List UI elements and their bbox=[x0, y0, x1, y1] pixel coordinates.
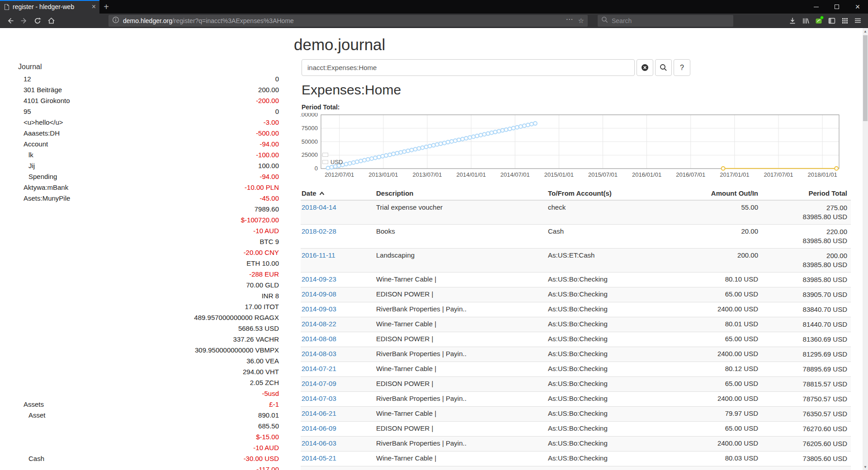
column-header-amount-out-in[interactable]: Amount Out/In bbox=[676, 186, 762, 200]
transaction-description: Books bbox=[375, 225, 547, 249]
query-input[interactable] bbox=[302, 59, 635, 76]
chart-legend: USD bbox=[322, 151, 343, 165]
extension-icon[interactable] bbox=[812, 14, 825, 27]
sidebar-row: -10 AUD bbox=[18, 442, 279, 453]
sidebar-row: 950 bbox=[18, 106, 279, 117]
transaction-amount: 80.10 USD bbox=[676, 273, 762, 287]
clear-query-button[interactable] bbox=[637, 59, 653, 76]
sidebar-account-link[interactable]: Assets bbox=[18, 399, 44, 410]
sidebar-account-link[interactable]: Asets:MunyPile bbox=[18, 193, 70, 204]
sidebar-account-link[interactable]: Jij bbox=[18, 160, 35, 171]
sidebar-account-balance: 7989.60 bbox=[255, 204, 279, 215]
transaction-date-link[interactable]: 2014-06-09 bbox=[302, 424, 336, 432]
sidebar-row: Asets:MunyPile-45.00 bbox=[18, 193, 279, 204]
transaction-date-cell: 2014-08-03 bbox=[301, 347, 375, 362]
column-header-period-total[interactable]: Period Total bbox=[762, 186, 851, 200]
transaction-description: Wine-Tarner Cable | bbox=[375, 362, 547, 377]
transaction-date-link[interactable]: 2014-08-08 bbox=[302, 335, 336, 343]
sidebar-row: -10 AUD bbox=[18, 226, 279, 236]
sidebar-account-balance: 294.00 VHT bbox=[243, 367, 279, 377]
sidebar-row: BTC 9 bbox=[18, 236, 279, 247]
transaction-date-link[interactable]: 2016-11-11 bbox=[302, 251, 335, 259]
transaction-date-cell: 2014-07-03 bbox=[301, 392, 375, 407]
sidebar-account-link[interactable]: 301 Beiträge bbox=[18, 85, 62, 95]
home-icon[interactable] bbox=[44, 14, 58, 27]
downloads-icon[interactable] bbox=[786, 14, 799, 27]
transaction-date-link[interactable]: 2014-08-03 bbox=[302, 350, 336, 357]
sidebar-account-link[interactable]: Spending bbox=[18, 171, 57, 182]
page-actions-icon[interactable]: ⋯ bbox=[566, 15, 574, 24]
back-button[interactable] bbox=[4, 14, 17, 27]
apps-grid-icon[interactable] bbox=[838, 14, 851, 27]
menu-hamburger-icon[interactable] bbox=[851, 14, 864, 27]
transaction-date-link[interactable]: 2018-02-28 bbox=[302, 227, 336, 235]
site-info-icon[interactable] bbox=[112, 16, 119, 25]
browser-search-bar[interactable]: Search bbox=[598, 15, 733, 27]
transaction-date-link[interactable]: 2014-05-21 bbox=[302, 454, 336, 462]
transaction-period-total: 83905.70 USD bbox=[762, 287, 851, 302]
sidebar-account-balance: £-1 bbox=[269, 399, 279, 410]
tab-close-icon[interactable]: × bbox=[92, 3, 96, 10]
transaction-date-cell: 2014-08-22 bbox=[301, 317, 375, 332]
sidebar-account-link[interactable]: lk bbox=[18, 150, 33, 160]
transaction-date-cell: 2014-09-08 bbox=[301, 287, 375, 302]
scroll-up-icon[interactable]: ▲ bbox=[863, 28, 868, 34]
sidebar-account-link[interactable]: 12 bbox=[18, 74, 31, 85]
transaction-date-link[interactable]: 2014-08-22 bbox=[302, 320, 336, 328]
maximize-button[interactable] bbox=[826, 0, 847, 14]
transaction-date-link[interactable]: 2014-07-03 bbox=[302, 395, 336, 402]
forward-button[interactable] bbox=[17, 14, 31, 27]
column-header-date[interactable]: Date bbox=[301, 186, 375, 200]
sidebar-journal-link[interactable]: Journal bbox=[18, 61, 286, 72]
sidebar-account-balance: -30.00 USD bbox=[244, 453, 279, 464]
svg-text:25000: 25000 bbox=[302, 151, 318, 158]
transaction-description: EDISON POWER | bbox=[375, 287, 547, 302]
transaction-account: As:US:Bo:Checking bbox=[547, 317, 676, 332]
transaction-account: As:US:Bo:Checking bbox=[547, 362, 676, 377]
bookmark-star-icon[interactable]: ☆ bbox=[578, 17, 584, 25]
vertical-scrollbar[interactable]: ▲ ▼ bbox=[863, 28, 868, 470]
sidebar-account-link[interactable]: Account bbox=[18, 139, 48, 150]
transaction-date-link[interactable]: 2014-09-08 bbox=[302, 290, 336, 298]
transaction-date-link[interactable]: 2014-09-23 bbox=[302, 275, 336, 283]
sidebar-account-link[interactable]: Asset bbox=[18, 410, 46, 421]
sidebar-account-link[interactable]: Aaasets:DH bbox=[18, 128, 60, 139]
register-row: 2014-09-03RiverBank Properties | Payin..… bbox=[301, 302, 851, 317]
transaction-date-link[interactable]: 2014-06-21 bbox=[302, 409, 336, 417]
transaction-account: As:US:Bo:Checking bbox=[547, 332, 676, 347]
sidebar-account-link[interactable]: Aktywa:mBank bbox=[18, 182, 68, 193]
sidebar-account-balance: -94.00 bbox=[259, 171, 279, 182]
new-tab-button[interactable]: + bbox=[99, 0, 113, 14]
transaction-date-cell: 2014-07-21 bbox=[301, 362, 375, 377]
sidebar-account-link[interactable]: 95 bbox=[18, 106, 31, 117]
help-button[interactable]: ? bbox=[674, 59, 690, 76]
column-header-description[interactable]: Description bbox=[375, 186, 547, 200]
close-button[interactable]: × bbox=[847, 0, 868, 14]
sidebar-account-balance: -10 AUD bbox=[253, 226, 279, 236]
scroll-down-icon[interactable]: ▼ bbox=[863, 464, 868, 470]
sidebar-row: Account-94.00 bbox=[18, 139, 279, 150]
legend-color-box bbox=[322, 153, 328, 157]
search-submit-button[interactable] bbox=[655, 59, 672, 76]
transaction-date-link[interactable]: 2018-04-14 bbox=[302, 203, 336, 211]
sidebar-row: 70.00 GLD bbox=[18, 280, 279, 291]
sidebar-account-link[interactable]: <u>hello</u> bbox=[18, 117, 63, 128]
sidebar-account-balance: -10 AUD bbox=[253, 442, 279, 453]
sidebar-toggle-icon[interactable] bbox=[825, 14, 838, 27]
minimize-button[interactable] bbox=[806, 0, 826, 14]
scrollbar-thumb[interactable] bbox=[863, 35, 868, 121]
library-icon[interactable] bbox=[799, 14, 812, 27]
column-header-to-from-account-s-[interactable]: To/From Account(s) bbox=[547, 186, 676, 200]
journal-title-link[interactable]: demo.journal bbox=[294, 35, 857, 54]
browser-tab[interactable]: register - hledger-web × bbox=[0, 0, 99, 14]
transaction-date-link[interactable]: 2014-09-03 bbox=[302, 305, 336, 313]
transaction-date-cell: 2014-05-21 bbox=[301, 451, 375, 466]
sidebar-account-link[interactable]: 4101 Girokonto bbox=[18, 95, 70, 106]
transaction-date-link[interactable]: 2014-07-21 bbox=[302, 365, 336, 372]
sidebar-account-link[interactable]: Cash bbox=[18, 453, 44, 464]
url-bar[interactable]: demo.hledger.org/register?q=inacct%3AExp… bbox=[108, 15, 588, 27]
transaction-date-link[interactable]: 2014-07-09 bbox=[302, 380, 336, 387]
transaction-date-link[interactable]: 2014-06-03 bbox=[302, 439, 336, 447]
reload-icon[interactable] bbox=[31, 14, 44, 27]
transaction-account: As:US:Bo:Checking bbox=[547, 273, 676, 287]
